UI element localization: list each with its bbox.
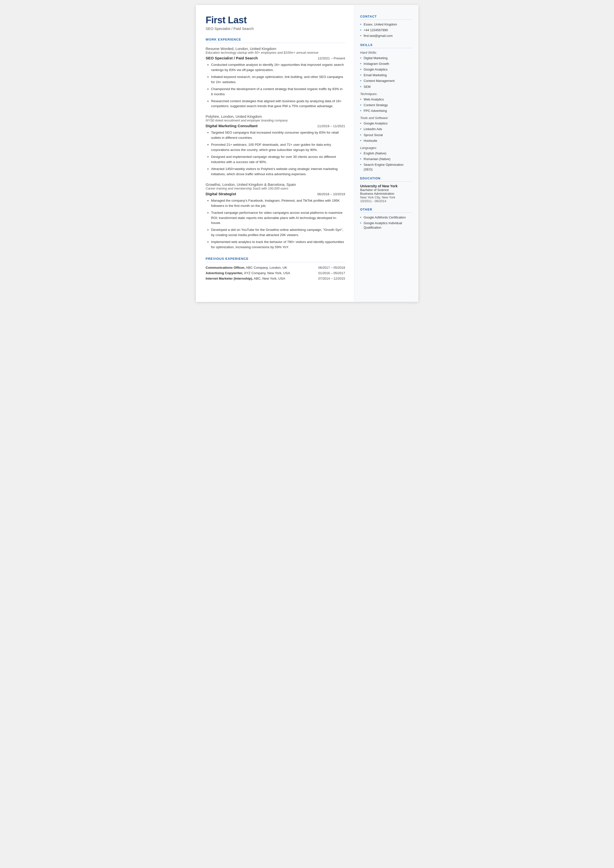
other-2: Google Analytics Individual Qualificatio… [360,221,412,230]
main-column: First Last SEO Specialist / Paid Search … [196,5,354,302]
prev-exp-title-2: Advertising Copywriter, [206,271,243,275]
resume-wrapper: First Last SEO Specialist / Paid Search … [196,5,419,302]
tool-2: LinkedIn Ads [360,127,412,131]
prev-exp-company-1: ABC Company, London, UK [245,266,287,269]
language-3: Search Engine Optimization (SEO) [360,163,412,171]
bullet-2-4: Attracted 1450+weekly visitors to Polyhi… [211,166,345,177]
contact-list: Essex, United Kingdom +44 1234567890 fir… [360,22,412,38]
job-title-row-3: Digital Strategist 06/2018 – 10/2019 [206,192,345,196]
bullet-3-4: Implemented web analytics to track the b… [211,239,345,250]
technique-3: PPC Advertising [360,109,412,113]
contact-phone: +44 1234567890 [360,28,412,33]
education-block: University of New York Bachelor of Scien… [360,184,412,203]
bullet-list-1: Conducted competitive analysis to identi… [206,62,345,109]
bullet-1-1: Conducted competitive analysis to identi… [211,62,345,73]
work-experience-heading: WORK EXPERIENCE [206,37,345,43]
employer-block-1: Resume Worded, London, United Kingdom Ed… [206,47,345,109]
prev-exp-title-3: Internet Marketer (Internship), [206,276,253,280]
job-title-row-2: Digital Marketing Consultant 11/2019 – 1… [206,124,345,128]
bullet-3-1: Managed the company's Facebook, Instagra… [211,198,345,209]
job-dates-3: 06/2018 – 10/2019 [317,192,345,196]
employer-name-1: Resume Worded, London, United Kingdom [206,47,345,51]
languages-label: Languages: [360,146,412,150]
sidebar-column: CONTACT Essex, United Kingdom +44 123456… [354,5,419,302]
name-title-section: First Last SEO Specialist / Paid Search [206,15,345,31]
bullet-2-3: Designed and implemented campaign strate… [211,154,345,165]
job-title-row-1: SEO Specialist / Paid Search 12/2021 – P… [206,56,345,61]
employer-rest-3: London, United Kingdom & Barcelona, Spai… [221,182,296,186]
education-heading: EDUCATION [360,177,412,182]
hard-skills-label: Hard SKills: [360,51,412,54]
bullet-1-2: Initiated keyword research, on-page opti… [211,75,345,85]
employer-bold-1: Resume Worded, [206,47,234,51]
bullet-1-4: Researched content strategies that align… [211,99,345,109]
tools-list: Google Analytics LinkedIn Ads Sprout Soc… [360,121,412,143]
prev-exp-left-3: Internet Marketer (Internship), ABC, New… [206,276,285,280]
prev-exp-company-3: ABC, New York, USA [253,276,285,280]
edu-dates: 10/2011 - 06/2014 [360,199,412,203]
employer-tagline-2: NYSE-listed recruitment and employer bra… [206,118,345,122]
employer-rest-1: London, United Kingdom [234,47,276,51]
skills-heading: SKILLS [360,43,412,48]
other-1: Google AdWords Certification [360,215,412,220]
tool-3: Sprout Social [360,133,412,137]
previous-experience-block: Communications Officer, ABC Company, Lon… [206,266,345,280]
edu-institution: University of New York [360,184,412,188]
tool-1: Google Analytics [360,121,412,126]
prev-exp-row-1: Communications Officer, ABC Company, Lon… [206,266,345,269]
employer-bold-2: Polyhire, [206,114,220,118]
candidate-name: First Last [206,15,345,25]
prev-exp-date-2: 01/2016 – 05/2017 [318,271,345,275]
job-dates-1: 12/2021 – Present [318,56,345,60]
edu-field: Business Administration [360,192,412,196]
hard-skill-5: Content Management [360,79,412,83]
employer-block-3: Growthsi, London, United Kingdom & Barce… [206,182,345,250]
prev-exp-company-2: XYZ Company, New York, USA [243,271,290,275]
tools-label: Tools and Software: [360,116,412,120]
prev-exp-date-1: 06/2017 – 05/2018 [318,266,345,269]
prev-exp-left-2: Advertising Copywriter, XYZ Company, New… [206,271,290,275]
prev-exp-row-2: Advertising Copywriter, XYZ Company, New… [206,271,345,275]
prev-exp-date-3: 07/2014 – 12/2015 [318,276,345,280]
prev-exp-left-1: Communications Officer, ABC Company, Lon… [206,266,287,269]
bullet-1-3: Championed the development of a content … [211,87,345,97]
employer-block-2: Polyhire, London, United Kingdom NYSE-li… [206,114,345,177]
prev-exp-row-3: Internet Marketer (Internship), ABC, New… [206,276,345,280]
technique-1: Web Analytics [360,97,412,102]
job-title-2: Digital Marketing Consultant [206,124,258,128]
previous-experience-heading: PREVIOUS EXPERIENCE [206,257,345,262]
bullet-list-3: Managed the company's Facebook, Instagra… [206,198,345,250]
bullet-2-2: Promoted 21+ webinars, 100 PDF downloads… [211,142,345,153]
language-2: Romanian (Native) [360,157,412,161]
edu-degree: Bachelor of Science [360,188,412,192]
candidate-subtitle: SEO Specialist / Paid Search [206,26,345,31]
hard-skills-list: Digital Marketing Instagram Growth Googl… [360,56,412,89]
hard-skill-2: Instagram Growth [360,62,412,66]
employer-name-3: Growthsi, London, United Kingdom & Barce… [206,182,345,186]
employer-name-2: Polyhire, London, United Kingdom [206,114,345,118]
job-dates-2: 11/2019 – 11/2021 [317,124,345,128]
job-title-1: SEO Specialist / Paid Search [206,56,258,61]
employer-tagline-1: Education technology startup with 50+ em… [206,51,345,54]
employer-bold-3: Growthsi, [206,182,221,186]
bullet-3-2: Tracked campaign performance for video c… [211,210,345,226]
techniques-label: Techniques: [360,92,412,96]
prev-exp-title-1: Communications Officer, [206,266,245,269]
bullet-list-2: Targeted SEO campaigns that increased mo… [206,130,345,177]
contact-address: Essex, United Kingdom [360,22,412,27]
employer-tagline-3: Career training and membership SaaS with… [206,186,345,190]
hard-skill-3: Google Analytics [360,67,412,72]
contact-heading: CONTACT [360,15,412,20]
techniques-list: Web Analytics Content Strategy PPC Adver… [360,97,412,113]
languages-list: English (Native) Romanian (Native) Searc… [360,151,412,172]
edu-location: New York City, New York [360,196,412,199]
hard-skill-1: Digital Marketing [360,56,412,61]
technique-2: Content Strategy [360,103,412,107]
other-heading: OTHER [360,208,412,213]
job-title-3: Digital Strategist [206,192,236,196]
bullet-2-1: Targeted SEO campaigns that increased mo… [211,130,345,141]
hard-skill-6: SEM [360,85,412,89]
tool-4: Hootsuite [360,138,412,143]
bullet-3-3: Developed a skit on YouTube for the Grow… [211,227,345,238]
employer-rest-2: London, United Kingdom [220,114,262,118]
